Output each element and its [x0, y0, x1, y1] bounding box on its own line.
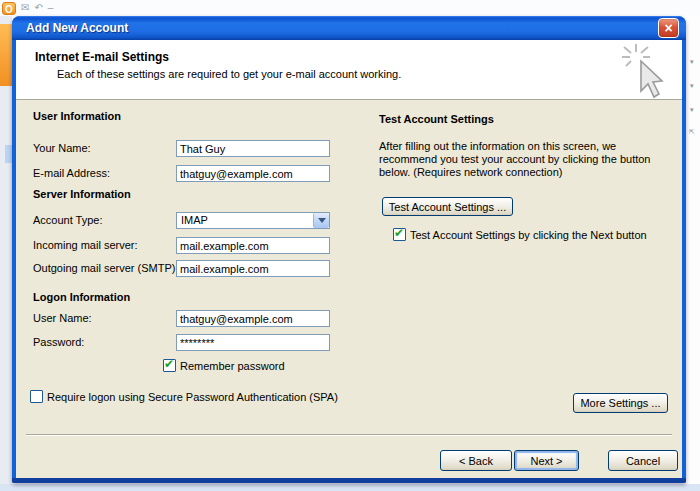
- quick-access-toolbar: O ✉ ↶ –: [2, 1, 53, 15]
- section-server-information: Server Information: [33, 188, 131, 200]
- email-address-field[interactable]: [176, 165, 330, 182]
- back-button[interactable]: < Back: [440, 450, 512, 471]
- spa-label: Require logon using Secure Password Auth…: [47, 391, 338, 403]
- send-receive-icon[interactable]: ✉: [21, 1, 29, 15]
- email-address-label: E-mail Address:: [33, 167, 110, 179]
- your-name-label: Your Name:: [33, 142, 91, 154]
- account-type-value: IMAP: [181, 214, 208, 226]
- dialog-header: Internet E-mail Settings Each of these s…: [16, 40, 682, 100]
- next-button[interactable]: Next >: [514, 450, 579, 471]
- background-window-right: ▾ ▾ ▾ ⇱: [686, 16, 700, 484]
- background-window-top: O ✉ ↶ –: [0, 0, 700, 16]
- account-type-label: Account Type:: [33, 214, 103, 226]
- account-type-select[interactable]: IMAP: [176, 212, 330, 229]
- test-next-checkbox[interactable]: ✔: [393, 228, 406, 241]
- outgoing-server-field[interactable]: [176, 260, 330, 277]
- password-field[interactable]: [176, 334, 330, 351]
- section-logon-information: Logon Information: [33, 291, 130, 303]
- your-name-field[interactable]: [176, 140, 330, 157]
- dialog-body: User Information Your Name: E-mail Addre…: [16, 100, 682, 478]
- undo-icon[interactable]: ↶: [34, 1, 42, 15]
- background-window-left: [0, 16, 12, 484]
- test-account-settings-button[interactable]: Test Account Settings ...: [382, 197, 513, 216]
- checkmark-icon: ✔: [394, 226, 404, 240]
- remember-password-checkbox[interactable]: ✔: [163, 359, 176, 372]
- page-title: Internet E-mail Settings: [35, 50, 169, 64]
- cancel-button[interactable]: Cancel: [608, 450, 678, 471]
- dialog-launcher-icon[interactable]: ⇱: [689, 128, 695, 136]
- outgoing-server-label: Outgoing mail server (SMTP):: [33, 262, 178, 274]
- password-label: Password:: [33, 336, 84, 348]
- ribbon-dropdown-icon[interactable]: ▾: [690, 58, 694, 66]
- chevron-down-icon[interactable]: [313, 213, 329, 228]
- user-name-label: User Name:: [33, 312, 92, 324]
- user-name-field[interactable]: [176, 310, 330, 327]
- add-new-account-dialog: Add New Account × Internet E-mail Settin…: [12, 16, 686, 483]
- remember-password-label: Remember password: [180, 360, 285, 372]
- section-test-account-settings: Test Account Settings: [379, 113, 494, 125]
- test-account-description: After filling out the information on thi…: [379, 140, 675, 179]
- close-button[interactable]: ×: [658, 18, 679, 38]
- spa-checkbox[interactable]: ✔: [30, 390, 43, 403]
- dialog-title-bar[interactable]: Add New Account ×: [12, 16, 686, 40]
- incoming-server-label: Incoming mail server:: [33, 239, 138, 251]
- outlook-file-tab[interactable]: [0, 24, 12, 86]
- test-next-label: Test Account Settings by clicking the Ne…: [410, 229, 647, 241]
- background-window-bottom: [0, 484, 700, 491]
- qat-dropdown-icon[interactable]: –: [48, 1, 54, 15]
- incoming-server-field[interactable]: [176, 237, 330, 254]
- ribbon-dropdown-icon[interactable]: ▾: [690, 106, 694, 114]
- footer-divider: [26, 434, 672, 436]
- outlook-app-icon[interactable]: O: [2, 2, 16, 15]
- section-user-information: User Information: [33, 110, 121, 122]
- ribbon-dropdown-icon[interactable]: ▾: [690, 82, 694, 90]
- page-subtitle: Each of these settings are required to g…: [57, 68, 401, 80]
- background-ui-fragment: [5, 145, 12, 163]
- cursor-sparkle-icon: [620, 42, 676, 100]
- more-settings-button[interactable]: More Settings ...: [573, 393, 668, 413]
- dialog-title: Add New Account: [12, 21, 128, 35]
- checkmark-icon: ✔: [164, 357, 174, 371]
